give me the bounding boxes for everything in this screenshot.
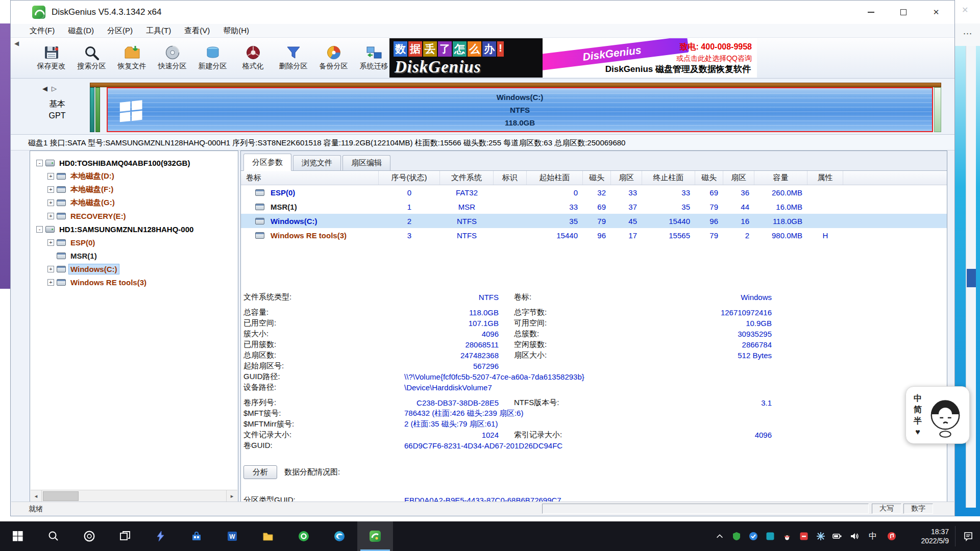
expand-plus-icon[interactable]: + — [47, 239, 54, 246]
tree-item-5[interactable]: -HD1:SAMSUNGMZNLN128HAHQ-000 — [30, 222, 238, 236]
taskbar-explorer-button[interactable] — [250, 521, 286, 551]
background-scrollbar-thumb[interactable] — [967, 269, 976, 287]
tray-circle-check-icon[interactable] — [745, 521, 762, 551]
delete-partition-button[interactable]: 删除分区 — [273, 39, 313, 77]
menu-item-2[interactable]: 分区(P) — [101, 24, 139, 37]
taskbar-taskview-button[interactable] — [107, 521, 143, 551]
expand-plus-icon[interactable]: + — [47, 266, 54, 272]
expand-plus-icon[interactable]: + — [47, 279, 54, 286]
column-header-2[interactable]: 文件系统 — [440, 171, 494, 185]
column-header-9[interactable]: 扇区 — [723, 171, 754, 185]
analyze-button[interactable]: 分析 — [243, 465, 277, 479]
taskbar-cortana-button[interactable] — [71, 521, 107, 551]
tray-teal-icon[interactable] — [762, 521, 778, 551]
tray-red-icon[interactable] — [795, 521, 812, 551]
ime-char: 中 — [914, 393, 922, 404]
tree-horizontal-scrollbar[interactable]: ◂ ▸ — [31, 490, 237, 502]
tree-item-6[interactable]: +ESP(0) — [30, 236, 238, 249]
search-partition-button[interactable]: 搜索分区 — [71, 39, 112, 77]
taskbar-word-button[interactable]: W — [214, 521, 250, 551]
nav-back-small-icon[interactable]: ◀ — [14, 40, 19, 47]
expand-plus-icon[interactable]: + — [47, 199, 54, 206]
disk-icon — [45, 160, 55, 166]
minimize-button[interactable] — [854, 1, 887, 24]
tab-2[interactable]: 扇区编辑 — [342, 155, 390, 170]
system-migrate-button[interactable]: 系统迁移 — [354, 39, 394, 77]
menu-item-4[interactable]: 查看(V) — [178, 24, 216, 37]
maximize-button[interactable] — [887, 1, 920, 24]
ime-status-widget[interactable]: 中简半♥ — [905, 386, 970, 444]
column-header-10[interactable]: 容量 — [754, 171, 807, 185]
overflow-dots-icon[interactable]: ⋯ — [955, 23, 980, 46]
taskbar-start-button[interactable] — [0, 521, 36, 551]
column-header-11[interactable]: 属性 — [807, 171, 843, 185]
tree-item-9[interactable]: +Windows RE tools(3) — [30, 276, 238, 289]
table-row-0[interactable]: ESP(0)0FAT3203233336936260.0MB — [241, 185, 947, 199]
tree-item-3[interactable]: +本地磁盘(G:) — [30, 196, 238, 209]
table-row-2[interactable]: Windows(C:)2NTFS357945154409616118.0GB — [241, 214, 947, 228]
ad-qq-link[interactable]: 或点击此处选择QQ咨询 — [676, 54, 752, 63]
backup-partition-button[interactable]: 备份分区 — [313, 39, 354, 77]
collapse-minus-icon[interactable]: - — [36, 226, 43, 233]
format-button[interactable]: 格式化 — [233, 39, 273, 77]
column-header-6[interactable]: 扇区 — [611, 171, 642, 185]
tree-item-2[interactable]: +本地磁盘(F:) — [30, 183, 238, 196]
tray-chevron-up-icon[interactable] — [711, 521, 728, 551]
tray-speaker-icon[interactable] — [846, 521, 863, 551]
taskbar-search-button[interactable] — [36, 521, 71, 551]
partition-bar-msr[interactable] — [95, 87, 100, 132]
expand-plus-icon[interactable]: + — [47, 173, 54, 180]
partition-bar-windows-c[interactable]: Windows(C:) NTFS 118.0GB — [107, 87, 933, 132]
expand-plus-icon[interactable]: + — [47, 213, 54, 219]
nav-back-icon[interactable]: ◀ — [42, 85, 47, 92]
tab-1[interactable]: 浏览文件 — [293, 155, 341, 170]
recover-files-button[interactable]: 恢复文件 — [112, 39, 152, 77]
nav-forward-icon[interactable]: ▷ — [52, 85, 57, 92]
scroll-left-icon[interactable]: ◂ — [31, 490, 42, 502]
partition-icon — [57, 253, 66, 259]
taskbar-lightning-button[interactable] — [143, 521, 179, 551]
column-header-3[interactable]: 标识 — [494, 171, 527, 185]
tree-item-4[interactable]: +RECOVERY(E:) — [30, 209, 238, 222]
music-tray-icon[interactable] — [883, 521, 900, 551]
scroll-right-icon[interactable]: ▸ — [226, 490, 237, 502]
taskbar-green-browser-button[interactable] — [286, 521, 322, 551]
column-header-7[interactable]: 终止柱面 — [642, 171, 695, 185]
partition-bar-re-tools[interactable] — [934, 87, 941, 132]
taskbar-clock[interactable]: 18:37 2022/5/9 — [900, 527, 954, 545]
column-header-4[interactable]: 起始柱面 — [527, 171, 583, 185]
taskbar-store-button[interactable] — [179, 521, 214, 551]
taskbar-edge-button[interactable] — [322, 521, 357, 551]
tab-0[interactable]: 分区参数 — [243, 154, 291, 171]
save-button[interactable]: 保存更改 — [31, 39, 71, 77]
action-center-icon[interactable] — [957, 531, 980, 541]
column-header-5[interactable]: 磁头 — [583, 171, 611, 185]
tree-item-7[interactable]: MSR(1) — [30, 249, 238, 262]
new-partition-button[interactable]: 新建分区 — [192, 39, 233, 77]
tree-item-1[interactable]: +本地磁盘(D:) — [30, 169, 238, 183]
taskbar-diskgenius-button[interactable] — [357, 521, 393, 551]
menu-item-3[interactable]: 工具(T) — [139, 24, 178, 37]
table-row-3[interactable]: Windows RE tools(3)3NTFS1544096171556579… — [241, 228, 947, 242]
tray-battery-icon[interactable] — [829, 521, 846, 551]
tree-scrollbar-thumb[interactable] — [43, 491, 79, 501]
tree-item-8[interactable]: +Windows(C:) — [30, 262, 238, 276]
tree-item-0[interactable]: -HD0:TOSHIBAMQ04ABF100(932GB) — [30, 156, 238, 169]
tray-snowflake-icon[interactable] — [812, 521, 829, 551]
expand-plus-icon[interactable]: + — [47, 186, 54, 193]
menu-item-5[interactable]: 帮助(H) — [216, 24, 256, 37]
close-button[interactable]: ✕ — [920, 1, 952, 24]
ad-banner[interactable]: 数据丢了怎么办! DiskGenius DiskGenius 致电: 400-0… — [389, 38, 757, 78]
quick-partition-button[interactable]: 快速分区 — [152, 39, 192, 77]
table-row-1[interactable]: MSR(1)1MSR33693735794416.0MB — [241, 199, 947, 214]
column-header-1[interactable]: 序号(状态) — [379, 171, 440, 185]
partition-bar-esp[interactable] — [90, 87, 94, 132]
ime-indicator[interactable]: 中 — [863, 531, 883, 542]
column-header-0[interactable]: 卷标 — [241, 171, 379, 185]
column-header-8[interactable]: 磁头 — [695, 171, 723, 185]
collapse-minus-icon[interactable]: - — [36, 160, 43, 166]
menu-item-0[interactable]: 文件(F) — [23, 24, 61, 37]
tray-qq-icon[interactable] — [778, 521, 795, 551]
menu-item-1[interactable]: 磁盘(D) — [61, 24, 101, 37]
tray-shield-icon[interactable] — [728, 521, 745, 551]
